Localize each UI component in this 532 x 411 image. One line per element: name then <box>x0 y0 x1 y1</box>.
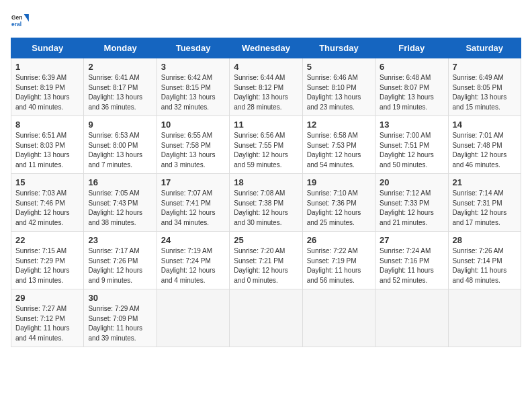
day-info: Sunrise: 6:53 AM Sunset: 8:00 PM Dayligh… <box>88 131 152 170</box>
week-row-1: 1Sunrise: 6:39 AM Sunset: 8:19 PM Daylig… <box>11 58 521 116</box>
day-info: Sunrise: 6:49 AM Sunset: 8:05 PM Dayligh… <box>453 73 517 112</box>
calendar-cell: 23Sunrise: 7:17 AM Sunset: 7:26 PM Dayli… <box>84 232 157 289</box>
day-info: Sunrise: 7:29 AM Sunset: 7:09 PM Dayligh… <box>88 304 152 343</box>
day-info: Sunrise: 6:46 AM Sunset: 8:10 PM Dayligh… <box>307 73 371 112</box>
calendar-cell: 24Sunrise: 7:19 AM Sunset: 7:24 PM Dayli… <box>157 232 229 289</box>
day-info: Sunrise: 7:14 AM Sunset: 7:31 PM Dayligh… <box>453 189 517 228</box>
day-info: Sunrise: 7:12 AM Sunset: 7:33 PM Dayligh… <box>380 189 443 228</box>
day-number: 6 <box>380 62 443 72</box>
day-number: 2 <box>88 62 152 72</box>
weekday-header-saturday: Saturday <box>448 38 521 58</box>
calendar-cell: 12Sunrise: 6:58 AM Sunset: 7:53 PM Dayli… <box>302 116 375 174</box>
calendar-cell <box>375 289 448 347</box>
week-row-2: 8Sunrise: 6:51 AM Sunset: 8:03 PM Daylig… <box>11 116 521 174</box>
calendar-cell: 2Sunrise: 6:41 AM Sunset: 8:17 PM Daylig… <box>84 58 157 116</box>
calendar-table: SundayMondayTuesdayWednesdayThursdayFrid… <box>11 38 521 347</box>
weekday-header-monday: Monday <box>84 38 157 58</box>
day-number: 4 <box>234 62 298 72</box>
day-info: Sunrise: 6:42 AM Sunset: 8:15 PM Dayligh… <box>161 73 225 112</box>
calendar-cell <box>302 289 375 347</box>
calendar-cell: 25Sunrise: 7:20 AM Sunset: 7:21 PM Dayli… <box>230 232 302 289</box>
day-number: 30 <box>88 293 152 303</box>
day-number: 23 <box>88 235 152 245</box>
calendar-cell: 5Sunrise: 6:46 AM Sunset: 8:10 PM Daylig… <box>302 58 375 116</box>
calendar-cell: 16Sunrise: 7:05 AM Sunset: 7:43 PM Dayli… <box>84 174 157 232</box>
day-info: Sunrise: 6:41 AM Sunset: 8:17 PM Dayligh… <box>88 73 152 112</box>
calendar-cell: 8Sunrise: 6:51 AM Sunset: 8:03 PM Daylig… <box>11 116 84 174</box>
day-number: 13 <box>380 120 443 130</box>
day-number: 25 <box>234 235 298 245</box>
calendar-cell: 17Sunrise: 7:07 AM Sunset: 7:41 PM Dayli… <box>157 174 229 232</box>
day-info: Sunrise: 6:48 AM Sunset: 8:07 PM Dayligh… <box>380 73 443 112</box>
calendar-cell: 26Sunrise: 7:22 AM Sunset: 7:19 PM Dayli… <box>302 232 375 289</box>
day-info: Sunrise: 7:03 AM Sunset: 7:46 PM Dayligh… <box>15 189 79 228</box>
calendar-cell: 22Sunrise: 7:15 AM Sunset: 7:29 PM Dayli… <box>11 232 84 289</box>
day-number: 1 <box>15 62 79 72</box>
weekday-header-wednesday: Wednesday <box>230 38 302 58</box>
calendar-cell: 15Sunrise: 7:03 AM Sunset: 7:46 PM Dayli… <box>11 174 84 232</box>
logo-icon: General <box>11 11 30 30</box>
calendar-cell: 30Sunrise: 7:29 AM Sunset: 7:09 PM Dayli… <box>84 289 157 347</box>
calendar-cell: 27Sunrise: 7:24 AM Sunset: 7:16 PM Dayli… <box>375 232 448 289</box>
day-info: Sunrise: 6:55 AM Sunset: 7:58 PM Dayligh… <box>161 131 225 170</box>
day-number: 24 <box>161 235 225 245</box>
day-number: 26 <box>307 235 371 245</box>
page-header: General <box>11 11 521 30</box>
day-number: 18 <box>234 177 298 187</box>
day-number: 10 <box>161 120 225 130</box>
week-row-3: 15Sunrise: 7:03 AM Sunset: 7:46 PM Dayli… <box>11 174 521 232</box>
day-number: 19 <box>307 177 371 187</box>
day-number: 28 <box>453 235 517 245</box>
day-info: Sunrise: 7:27 AM Sunset: 7:12 PM Dayligh… <box>15 304 79 343</box>
calendar-cell <box>230 289 302 347</box>
calendar-cell: 29Sunrise: 7:27 AM Sunset: 7:12 PM Dayli… <box>11 289 84 347</box>
day-number: 29 <box>15 293 79 303</box>
day-number: 8 <box>15 120 79 130</box>
calendar-cell <box>157 289 229 347</box>
day-number: 17 <box>161 177 225 187</box>
day-info: Sunrise: 7:07 AM Sunset: 7:41 PM Dayligh… <box>161 189 225 228</box>
day-info: Sunrise: 7:24 AM Sunset: 7:16 PM Dayligh… <box>380 246 443 285</box>
svg-marker-2 <box>24 14 29 21</box>
calendar-cell: 19Sunrise: 7:10 AM Sunset: 7:36 PM Dayli… <box>302 174 375 232</box>
calendar-cell: 18Sunrise: 7:08 AM Sunset: 7:38 PM Dayli… <box>230 174 302 232</box>
calendar-cell: 3Sunrise: 6:42 AM Sunset: 8:15 PM Daylig… <box>157 58 229 116</box>
calendar-cell: 13Sunrise: 7:00 AM Sunset: 7:51 PM Dayli… <box>375 116 448 174</box>
day-info: Sunrise: 7:01 AM Sunset: 7:48 PM Dayligh… <box>453 131 517 170</box>
calendar-cell: 20Sunrise: 7:12 AM Sunset: 7:33 PM Dayli… <box>375 174 448 232</box>
day-number: 11 <box>234 120 298 130</box>
day-info: Sunrise: 7:08 AM Sunset: 7:38 PM Dayligh… <box>234 189 298 228</box>
day-number: 16 <box>88 177 152 187</box>
day-info: Sunrise: 7:10 AM Sunset: 7:36 PM Dayligh… <box>307 189 371 228</box>
weekday-header-thursday: Thursday <box>302 38 375 58</box>
day-info: Sunrise: 7:00 AM Sunset: 7:51 PM Dayligh… <box>380 131 443 170</box>
day-number: 14 <box>453 120 517 130</box>
day-info: Sunrise: 6:51 AM Sunset: 8:03 PM Dayligh… <box>15 131 79 170</box>
calendar-cell: 1Sunrise: 6:39 AM Sunset: 8:19 PM Daylig… <box>11 58 84 116</box>
day-number: 22 <box>15 235 79 245</box>
day-number: 5 <box>307 62 371 72</box>
day-info: Sunrise: 7:05 AM Sunset: 7:43 PM Dayligh… <box>88 189 152 228</box>
calendar-cell: 14Sunrise: 7:01 AM Sunset: 7:48 PM Dayli… <box>448 116 521 174</box>
calendar-cell <box>448 289 521 347</box>
day-info: Sunrise: 7:15 AM Sunset: 7:29 PM Dayligh… <box>15 246 79 285</box>
day-info: Sunrise: 6:58 AM Sunset: 7:53 PM Dayligh… <box>307 131 371 170</box>
calendar-cell: 10Sunrise: 6:55 AM Sunset: 7:58 PM Dayli… <box>157 116 229 174</box>
week-row-5: 29Sunrise: 7:27 AM Sunset: 7:12 PM Dayli… <box>11 289 521 347</box>
day-info: Sunrise: 7:22 AM Sunset: 7:19 PM Dayligh… <box>307 246 371 285</box>
calendar-cell: 21Sunrise: 7:14 AM Sunset: 7:31 PM Dayli… <box>448 174 521 232</box>
day-number: 27 <box>380 235 443 245</box>
day-number: 20 <box>380 177 443 187</box>
day-number: 12 <box>307 120 371 130</box>
day-number: 3 <box>161 62 225 72</box>
day-info: Sunrise: 7:26 AM Sunset: 7:14 PM Dayligh… <box>453 246 517 285</box>
calendar-cell: 7Sunrise: 6:49 AM Sunset: 8:05 PM Daylig… <box>448 58 521 116</box>
calendar-cell: 4Sunrise: 6:44 AM Sunset: 8:12 PM Daylig… <box>230 58 302 116</box>
week-row-4: 22Sunrise: 7:15 AM Sunset: 7:29 PM Dayli… <box>11 232 521 289</box>
calendar-cell: 11Sunrise: 6:56 AM Sunset: 7:55 PM Dayli… <box>230 116 302 174</box>
logo: General <box>11 11 32 30</box>
weekday-header-row: SundayMondayTuesdayWednesdayThursdayFrid… <box>11 38 521 58</box>
day-number: 15 <box>15 177 79 187</box>
day-info: Sunrise: 7:19 AM Sunset: 7:24 PM Dayligh… <box>161 246 225 285</box>
calendar-cell: 6Sunrise: 6:48 AM Sunset: 8:07 PM Daylig… <box>375 58 448 116</box>
